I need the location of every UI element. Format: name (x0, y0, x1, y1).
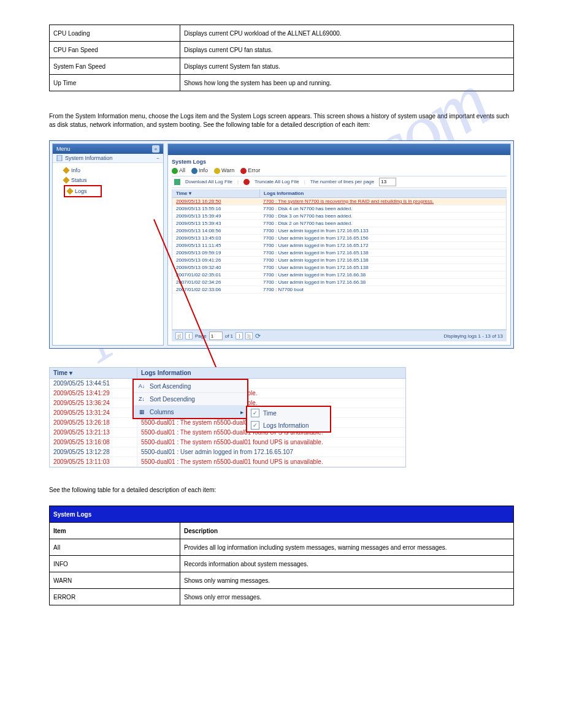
filter-all[interactable]: All (172, 167, 185, 174)
refresh-icon[interactable]: ⟳ (255, 332, 261, 340)
intro-paragraph: From the System Information menu, choose… (49, 112, 514, 129)
detail-row[interactable]: 2009/05/25 13:12:285500-dual01 : User ad… (50, 447, 405, 457)
delete-icon (243, 179, 250, 185)
col-toggle-info[interactable]: ✓ Logs Information (247, 419, 330, 431)
filter-info[interactable]: Info (191, 167, 208, 174)
checkbox-checked-icon: ✓ (251, 421, 259, 430)
detail-row[interactable]: 2009/05/25 13:26:185500-dual01 : The sys… (50, 418, 405, 428)
table-row: ItemDescription (50, 523, 514, 539)
lines-label: The number of lines per page (310, 179, 375, 184)
first-page-button[interactable]: |⟨ (175, 332, 183, 339)
pager-bar: |⟨ ⟨ Page of 1 ⟩ ⟩| ⟳ Displaying logs 1 … (172, 330, 507, 341)
log-row[interactable]: 2009/05/13 09:59:197700 : User admin log… (172, 249, 506, 257)
description-table: System Logs ItemDescriptionAllProvides a… (49, 506, 514, 605)
log-row[interactable]: 2009/05/13 13:45:037700 : User admin log… (172, 235, 506, 242)
log-row[interactable]: 2009/05/13 16:28:507700 : The system N77… (172, 198, 506, 205)
sort-desc-item[interactable]: Z↓ Sort Descending (134, 393, 247, 406)
last-page-button[interactable]: ⟩| (245, 332, 253, 339)
sort-asc-icon: A↓ (137, 382, 146, 390)
error-icon (240, 168, 247, 174)
columns-item[interactable]: ▦ Columns ▸ (134, 406, 247, 418)
page-label: Page (195, 333, 207, 339)
info-icon (191, 168, 197, 174)
table-row: CPU LoadingDisplays current CPU workload… (50, 25, 514, 42)
log-row[interactable]: 2007/01/02 02:35:017700 : User admin log… (172, 271, 506, 279)
tree-logs[interactable]: Logs (64, 185, 102, 197)
main-header-bar (168, 144, 510, 155)
log-row[interactable]: 2009/05/13 15:39:497700 : Disk 3 on N770… (172, 213, 506, 220)
log-row[interactable]: 2009/05/13 09:32:407700 : User admin log… (172, 264, 506, 271)
main-panel: System Logs All Info Warn Error Download… (167, 143, 511, 346)
menu-header: Menu « (53, 144, 163, 154)
filter-warn[interactable]: Warn (214, 167, 234, 174)
detail-col-time[interactable]: Time ▾ (50, 368, 137, 378)
detail-row[interactable]: 2009/05/25 13:16:085500-dual01 : The sys… (50, 438, 405, 447)
next-page-button[interactable]: ⟩ (236, 332, 243, 339)
lines-input[interactable] (379, 178, 396, 186)
log-row[interactable]: 2009/05/13 09:41:267700 : User admin log… (172, 257, 506, 264)
page-of-label: of 1 (225, 333, 233, 339)
table-row: CPU Fan SpeedDisplays current CPU fan st… (50, 42, 514, 58)
sort-desc-icon: Z↓ (137, 395, 146, 403)
tree-info[interactable]: Info (64, 165, 163, 175)
table-row: INFORecords information about system mes… (50, 556, 514, 572)
menu-title: Menu (56, 146, 71, 152)
context-menu: A↓ Sort Ascending Z↓ Sort Descending ▦ C… (132, 379, 248, 419)
table-row: WARNShows only warning messages. (50, 572, 514, 589)
sysinfo-label: System Information (65, 155, 113, 161)
desc-header: System Logs (50, 506, 514, 523)
detail-col-info[interactable]: Logs Information (137, 368, 405, 378)
log-row[interactable]: 2007/01/02 02:33:067700 : N7700 boot (172, 286, 506, 294)
menu-collapse-icon[interactable]: « (152, 145, 159, 153)
log-row[interactable]: 2009/05/13 14:08:567700 : User admin log… (172, 227, 506, 235)
warn-icon (214, 168, 220, 174)
svg-rect-0 (57, 155, 62, 161)
log-grid: Time ▾ Logs Information 2009/05/13 16:28… (172, 189, 507, 330)
detail-row[interactable]: 2009/05/25 13:11:035500-dual01 : The sys… (50, 457, 405, 467)
col-toggle-time[interactable]: ✓ Time (247, 407, 330, 419)
menu-tree: Info Status Logs (53, 163, 163, 197)
download-log-button[interactable]: Download All Log File (185, 179, 232, 184)
log-row[interactable]: 2007/01/02 02:34:267700 : User admin log… (172, 279, 506, 286)
disk-icon (174, 179, 180, 185)
col-header-time[interactable]: Time ▾ (172, 189, 260, 197)
log-row[interactable]: 2009/05/13 15:39:437700 : Disk 2 on N770… (172, 220, 506, 227)
checkbox-checked-icon: ✓ (251, 409, 259, 417)
detail-row[interactable]: 2009/05/25 13:21:135500-dual01 : The sys… (50, 428, 405, 438)
cube-icon (63, 167, 69, 173)
all-icon (172, 168, 178, 174)
table-row: Up TimeShows how long the system has bee… (50, 75, 514, 91)
page-input[interactable] (209, 332, 223, 340)
sort-asc-item[interactable]: A↓ Sort Ascending (134, 380, 247, 393)
sysinfo-band[interactable]: System Information − (53, 154, 163, 163)
page-icon (56, 155, 63, 161)
cube-icon (66, 188, 73, 194)
truncate-log-button[interactable]: Truncate All Log File (255, 179, 299, 184)
table-row: System Fan SpeedDisplays current System … (50, 58, 514, 75)
columns-icon: ▦ (137, 408, 146, 416)
syslog-title: System Logs (172, 159, 507, 165)
status-table: CPU LoadingDisplays current CPU workload… (49, 25, 514, 91)
col-header-info[interactable]: Logs Information (260, 189, 506, 197)
cube-icon (63, 176, 69, 183)
menu-panel: Menu « System Information − Info Status … (52, 143, 164, 346)
second-paragraph: See the following table for a detailed d… (49, 486, 514, 495)
columns-submenu: ✓ Time ✓ Logs Information (246, 406, 331, 433)
table-row: ERRORShows only error messages. (50, 589, 514, 605)
log-row[interactable]: 2009/05/13 11:11:457700 : User admin log… (172, 242, 506, 249)
table-row: AllProvides all log information includin… (50, 539, 514, 556)
prev-page-button[interactable]: ⟨ (185, 332, 193, 339)
file-toolbar: Download All Log File | Truncate All Log… (172, 176, 507, 188)
syslog-screenshot: Menu « System Information − Info Status … (49, 140, 514, 349)
filter-error[interactable]: Error (240, 167, 260, 174)
display-label: Displaying logs 1 - 13 of 13 (444, 333, 504, 339)
tree-status[interactable]: Status (64, 175, 163, 185)
log-row[interactable]: 2009/05/13 15:55:167700 : Disk 4 on N770… (172, 205, 506, 213)
detail-table: Time ▾ Logs Information 2009/05/25 13:44… (49, 367, 406, 468)
filter-bar: All Info Warn Error (172, 167, 507, 174)
